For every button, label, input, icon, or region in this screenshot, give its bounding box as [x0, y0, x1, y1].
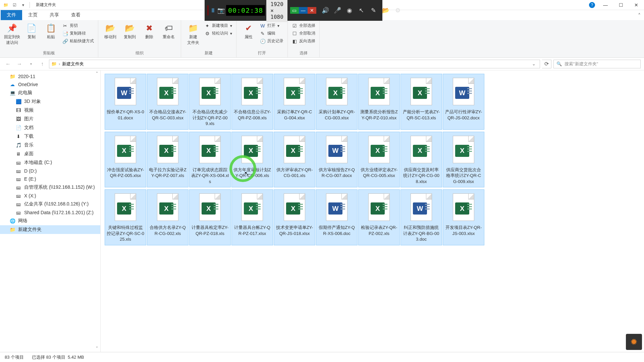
- recorder-minimize-button[interactable]: ―: [299, 7, 308, 14]
- file-item[interactable]: X产能分析一览表ZY-QR-SC-013.xls: [400, 74, 442, 130]
- pen-icon[interactable]: ✎: [368, 5, 379, 16]
- recorder-close-button[interactable]: ✕: [308, 7, 316, 14]
- tab-file[interactable]: 文件: [1, 10, 22, 20]
- file-item[interactable]: X计量器具检定率ZY-QR-PZ-018.xls: [189, 189, 231, 245]
- file-item[interactable]: X采购计划单ZY-QR-CG-003.xlsx: [316, 74, 358, 130]
- file-item[interactable]: X供方业绩评定表ZY-QR-CG-005.xlsx: [358, 132, 400, 188]
- file-item[interactable]: X测量系统分析报告ZY-QR-PZ-010.xlsx: [358, 74, 400, 130]
- sidebar-item[interactable]: 📁新建文件夹: [0, 225, 100, 234]
- camera-icon[interactable]: 📷: [217, 5, 225, 16]
- sidebar-item[interactable]: 📁2020-11: [0, 72, 100, 80]
- help-icon[interactable]: ?: [589, 2, 595, 8]
- qat-dropdown-icon[interactable]: ▾: [19, 1, 27, 9]
- copy-to-button[interactable]: 📂复制到: [120, 21, 139, 41]
- tab-home[interactable]: 主页: [22, 10, 44, 20]
- recent-locations-button[interactable]: ▾: [26, 59, 36, 69]
- move-to-button[interactable]: 📂移动到: [101, 21, 120, 41]
- file-item[interactable]: X计量器具台帐ZY-QR-PZ-017.xlsx: [231, 189, 273, 245]
- open-button[interactable]: W打开 ▾: [259, 22, 285, 29]
- maximize-button[interactable]: ☐: [613, 0, 629, 10]
- breadcrumb-folder[interactable]: 新建文件夹: [62, 61, 84, 67]
- gear-icon[interactable]: ⚙: [392, 5, 404, 16]
- up-button[interactable]: ↑: [38, 59, 47, 69]
- file-item[interactable]: X技术变更申请单ZY-QR-JS-018.xlsx: [274, 189, 315, 245]
- properties-button[interactable]: ✔属性: [239, 21, 258, 41]
- sidebar-item[interactable]: ⬇下载: [0, 132, 100, 141]
- forward-button[interactable]: →: [15, 59, 24, 69]
- sidebar-item[interactable]: ☁OneDrive: [0, 80, 100, 88]
- file-item[interactable]: X供应商交货批次合格率统计ZY-QR-CG-009.xlsx: [443, 132, 484, 188]
- mic-icon[interactable]: 🎤: [332, 5, 343, 16]
- file-item[interactable]: X供方年度审核计划ZY-QR-CG-006.xls: [231, 132, 273, 188]
- pause-button[interactable]: ⏸: [210, 5, 216, 16]
- audio-icon[interactable]: 🔊: [320, 5, 331, 16]
- webcam-icon[interactable]: ◉: [344, 5, 355, 16]
- sidebar-item[interactable]: 🖴自管理系统 (\\192.168.1.152) (W:): [0, 183, 100, 192]
- delete-button[interactable]: ✖删除: [140, 21, 159, 41]
- refresh-button[interactable]: ⟳: [542, 60, 551, 68]
- sidebar-item[interactable]: 🟦3D 对象: [0, 97, 100, 106]
- close-button[interactable]: ✕: [629, 0, 644, 10]
- paste-button[interactable]: 📋粘贴: [42, 21, 60, 41]
- file-item[interactable]: X供应商交货及时率统计ZY-QR-CG-008.xlsx: [400, 132, 442, 188]
- record-button[interactable]: [207, 5, 209, 15]
- ribbon-collapse-icon[interactable]: ˄: [635, 11, 644, 20]
- scroll-up-icon[interactable]: ˄: [94, 71, 100, 76]
- sidebar-item[interactable]: 🖴Shared Data (\\172.16.1.201) (Z:): [0, 208, 100, 217]
- file-item[interactable]: W报价单ZY-QR-XS-001.docx: [105, 74, 146, 130]
- sidebar-item[interactable]: 🖴本地磁盘 (C:): [0, 158, 100, 167]
- chevron-down-icon[interactable]: ⌄: [530, 61, 538, 66]
- file-item[interactable]: X冲击强度试验表ZY-QR-PZ-005.xlsx: [105, 132, 146, 188]
- tab-view[interactable]: 查看: [65, 10, 87, 20]
- sidebar-item[interactable]: 🖴亿金共享 (\\192.168.0.126) (Y:): [0, 200, 100, 208]
- breadcrumb[interactable]: 📁 › 新建文件夹 ⌄: [49, 60, 540, 68]
- paste-shortcut-button[interactable]: 🔗粘贴快捷方式: [61, 38, 95, 45]
- search-input[interactable]: 🔍 搜索"新建文件夹": [553, 60, 641, 68]
- new-folder-button[interactable]: 📁新建 文件夹: [184, 21, 203, 47]
- easy-access-button[interactable]: ⚙轻松访问 ▾: [203, 30, 233, 37]
- sidebar-item[interactable]: 💻此电脑: [0, 88, 100, 97]
- select-all-button[interactable]: ☑全部选择: [290, 22, 317, 29]
- copy-button[interactable]: 📄复制: [22, 21, 41, 41]
- file-item[interactable]: X不合格信息公示ZY-QR-PZ-008.xls: [231, 74, 273, 130]
- qat-properties-icon[interactable]: ☑: [11, 1, 18, 9]
- minimize-button[interactable]: ―: [598, 0, 613, 10]
- scroll-down-icon[interactable]: ˅: [94, 346, 100, 351]
- copy-path-button[interactable]: 📑复制路径: [61, 30, 95, 37]
- invert-selection-button[interactable]: ◧反向选择: [290, 38, 317, 45]
- cursor-icon[interactable]: ↖: [356, 5, 367, 16]
- file-item[interactable]: X检验记录表ZY-QR-PZ-002.xls: [358, 189, 400, 245]
- file-item[interactable]: X开发项目表ZY-QR-JS-003.xlsx: [443, 189, 484, 245]
- file-item[interactable]: X采购订单ZY-QR-CG-004.xlsx: [274, 74, 315, 130]
- sidebar-item[interactable]: 🌐网络: [0, 217, 100, 225]
- back-button[interactable]: ←: [3, 59, 13, 69]
- sidebar-item[interactable]: 🖴X (X:): [0, 192, 100, 200]
- edit-button[interactable]: ✎编辑: [259, 30, 285, 37]
- file-item[interactable]: X电子拉力实验记录ZY-QR-PZ-007.xls: [147, 132, 189, 188]
- file-item[interactable]: W纠正和预防措施统计表ZY-QR-BG-003.doc: [400, 189, 442, 245]
- sidebar-item[interactable]: 🖥桌面: [0, 149, 100, 158]
- navigation-pane[interactable]: ˄ 📁2020-11☁OneDrive💻此电脑🟦3D 对象🎞视频🖼图片📄文档⬇下…: [0, 70, 101, 352]
- tab-share[interactable]: 共享: [44, 10, 65, 20]
- file-item[interactable]: X不合格品交接表ZY-QR-SC-003.xlsx: [147, 74, 189, 130]
- folder-open-icon[interactable]: 📂: [380, 5, 391, 16]
- file-item[interactable]: X订单完成状态跟踪表ZY-QR-XS-004.xls: [189, 132, 231, 188]
- file-item[interactable]: X合格供方名录ZY-QR-CG-002.xls: [147, 189, 189, 245]
- file-item[interactable]: X供方评审表ZY-QR-CG-001.xls: [274, 132, 315, 188]
- rename-button[interactable]: 🏷重命名: [159, 21, 178, 41]
- file-item[interactable]: W假期停产通知ZY-QR-XS-006.doc: [316, 189, 358, 245]
- tray-app-icon[interactable]: ✹: [626, 334, 642, 350]
- sidebar-item[interactable]: 📄文档: [0, 123, 100, 132]
- file-list[interactable]: W报价单ZY-QR-XS-001.docxX不合格品交接表ZY-QR-SC-00…: [101, 70, 644, 352]
- pin-to-quick-access-button[interactable]: 📌固定到快 速访问: [3, 21, 21, 47]
- sidebar-item[interactable]: 🎵音乐: [0, 141, 100, 149]
- history-button[interactable]: 🕘历史记录: [259, 38, 285, 45]
- recorder-maximize-button[interactable]: ▭: [290, 7, 299, 14]
- sidebar-item[interactable]: 🖴E (E:): [0, 175, 100, 183]
- file-item[interactable]: W供方审核报告ZY-QR-CG-007.docx: [316, 132, 358, 188]
- file-item[interactable]: W产品可行性评审ZY-QR-JS-002.docx: [443, 74, 484, 130]
- cut-button[interactable]: ✂剪切: [61, 22, 95, 29]
- sidebar-item[interactable]: 🖴D (D:): [0, 167, 100, 175]
- file-item[interactable]: X不合格品优先减少计划ZY-QR-PZ-009.xls: [189, 74, 231, 130]
- new-item-button[interactable]: ✦新建项目 ▾: [203, 22, 233, 29]
